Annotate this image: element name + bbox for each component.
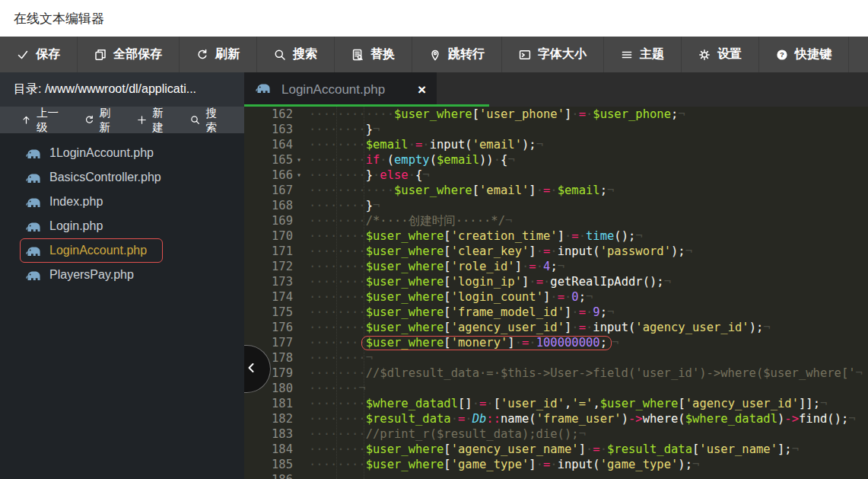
code-line-182[interactable]: 182········$result_data·=·Db::name('fram… <box>244 411 868 426</box>
code-line-171[interactable]: 171········$user_where['clear_key']·=·in… <box>244 244 868 259</box>
fold-column <box>293 122 309 137</box>
code-line-164[interactable]: 164········$email·=·input('email');¬ <box>244 137 868 152</box>
code-token: 'game_type' <box>600 458 679 471</box>
file-name: BasicsController.php <box>49 171 161 184</box>
code-token: 'email' <box>479 184 529 197</box>
toolbar-button-settings[interactable]: 设置 <box>682 37 759 72</box>
code-token: · <box>586 305 593 319</box>
code-token: ] <box>564 305 571 319</box>
code-token: 'agency_user_id' <box>451 321 564 334</box>
code-line-184[interactable]: 184········$user_where['agency_user_name… <box>244 442 868 457</box>
code-token: · <box>586 321 593 334</box>
code-token: $email <box>437 153 479 167</box>
code-line-167[interactable]: 167············$user_where['email']·=·$e… <box>244 183 868 198</box>
code-line-162[interactable]: 162············$user_where['user_phone']… <box>244 107 868 122</box>
code-token: · <box>451 412 458 426</box>
code-line-170[interactable]: 170········$user_where['creation_time']·… <box>244 228 868 244</box>
code-token: 'user_name' <box>699 442 777 456</box>
line-number: 173 <box>244 274 293 289</box>
tab-loginaccount[interactable]: LoginAccount.php × <box>244 72 437 107</box>
code-token: [ <box>692 442 699 456</box>
fold-column <box>293 411 309 426</box>
sidebar: 目录: /www/wwwroot/dl/applicati... 上一级刷新新建… <box>0 72 244 479</box>
tree-action-new[interactable]: 新建 <box>137 106 170 135</box>
code-token: 'frame_model_id' <box>451 305 564 319</box>
code-token: empty <box>394 153 430 167</box>
eol-marker: ¬ <box>536 138 543 152</box>
code-token: 100000000 <box>536 336 600 350</box>
tree-action-refresh[interactable]: 刷新 <box>84 106 117 135</box>
close-icon[interactable]: × <box>418 82 426 97</box>
code-line-174[interactable]: 174········$user_where['login_count']·=·… <box>244 289 868 305</box>
toolbar-button-label: 全部保存 <box>113 46 162 62</box>
fold-arrow-icon[interactable]: ▾ <box>293 168 309 183</box>
code-editor[interactable]: 162············$user_where['user_phone']… <box>244 107 868 479</box>
code-line-165[interactable]: 165▾········if·(empty($email))·{¬ <box>244 152 868 168</box>
code-token: -> <box>628 412 643 426</box>
code-line-172[interactable]: 172········$user_where['role_id']·=·4;¬ <box>244 259 868 274</box>
code-line-178[interactable]: 178········¬ <box>244 350 868 366</box>
code-line-166[interactable]: 166▾········}·else·{¬ <box>244 168 868 183</box>
tree-action-up-level[interactable]: 上一级 <box>21 106 64 135</box>
code-line-186[interactable]: 186 <box>244 472 868 479</box>
code-token: ]; <box>777 442 792 456</box>
code-line-168[interactable]: 168········}¬ <box>244 198 868 213</box>
code-token: [ <box>444 458 450 471</box>
fold-arrow-icon[interactable]: ▾ <box>293 152 309 168</box>
code-token: 'user_id' <box>501 397 564 410</box>
code-token: [ <box>444 321 450 334</box>
code-token: 'clear_key' <box>451 244 529 258</box>
toolbar-button-goto-line[interactable]: 跳转行 <box>412 37 502 72</box>
code-line-176[interactable]: 176········$user_where['agency_user_id']… <box>244 320 868 335</box>
code-token: · <box>529 336 536 350</box>
toolbar-button-font-size[interactable]: 字体大小 <box>502 37 604 72</box>
eol-marker: ¬ <box>607 184 614 197</box>
code-token: ] <box>529 458 536 471</box>
code-token: 'frame_user' <box>536 412 622 426</box>
toolbar-button-search[interactable]: 搜索 <box>257 37 335 72</box>
php-elephant-icon <box>255 82 272 97</box>
eol-marker: ¬ <box>856 366 863 380</box>
toolbar-button-theme[interactable]: 主题 <box>604 37 682 72</box>
file-item-LoginAccount.php[interactable]: LoginAccount.php <box>20 238 163 263</box>
toolbar-button-replace[interactable]: 替换 <box>335 37 412 72</box>
code-line-179[interactable]: 179········//$dlresult_data·=·$this->Use… <box>244 366 868 381</box>
file-item-Login.php[interactable]: Login.php <box>0 214 244 238</box>
code-token: $user_where <box>366 305 444 319</box>
toolbar-button-save-all[interactable]: 全部保存 <box>78 37 180 72</box>
code-line-183[interactable]: 183········//print_r($result_data);die()… <box>244 426 868 442</box>
file-name: 1LoginAccount.php <box>49 146 154 160</box>
code-line-181[interactable]: 181········$where_datadl[]·=·['user_id',… <box>244 396 868 411</box>
line-number: 186 <box>244 472 293 479</box>
toolbar-button-shortcuts[interactable]: ?快捷键 <box>759 37 849 72</box>
code-token: find(); <box>799 412 848 426</box>
code-line-169[interactable]: 169········/*····创建时间·····*/¬ <box>244 213 868 228</box>
file-item-BasicsController.php[interactable]: BasicsController.php <box>0 165 244 190</box>
code-text: ········/*····创建时间·····*/¬ <box>309 213 868 228</box>
file-item-1LoginAccount.php[interactable]: 1LoginAccount.php <box>0 141 244 165</box>
code-line-180[interactable]: 180·······¬ <box>244 381 868 396</box>
code-line-185[interactable]: 185········$user_where['game_type']·=·in… <box>244 457 868 472</box>
eol-marker: ¬ <box>692 458 699 471</box>
code-token: [ <box>472 107 479 121</box>
code-line-163[interactable]: 163········}¬ <box>244 122 868 137</box>
code-token: } <box>366 168 373 182</box>
code-token: · <box>422 138 429 152</box>
php-elephant-icon <box>25 221 42 232</box>
code-token: · <box>550 458 557 471</box>
main-area: 目录: /www/wwwroot/dl/applicati... 上一级刷新新建… <box>0 72 868 479</box>
code-token: ] <box>515 260 522 273</box>
code-token: $user_where <box>366 229 444 243</box>
code-token: ] <box>507 336 514 350</box>
code-line-175[interactable]: 175········$user_where['frame_model_id']… <box>244 305 868 320</box>
code-token: time <box>586 229 614 243</box>
file-item-PlayersPay.php[interactable]: PlayersPay.php <box>0 263 244 287</box>
toolbar-button-save[interactable]: 保存 <box>0 37 78 72</box>
tree-action-search[interactable]: 搜索 <box>190 106 223 135</box>
code-token: · <box>586 107 593 121</box>
code-token: ; <box>671 107 678 121</box>
code-line-177[interactable]: 177········$user_where['monery']·=·10000… <box>244 335 868 350</box>
code-line-173[interactable]: 173········$user_where['login_ip']·=·get… <box>244 274 868 289</box>
file-item-Index.php[interactable]: Index.php <box>0 190 244 214</box>
toolbar-button-refresh[interactable]: 刷新 <box>180 37 257 72</box>
